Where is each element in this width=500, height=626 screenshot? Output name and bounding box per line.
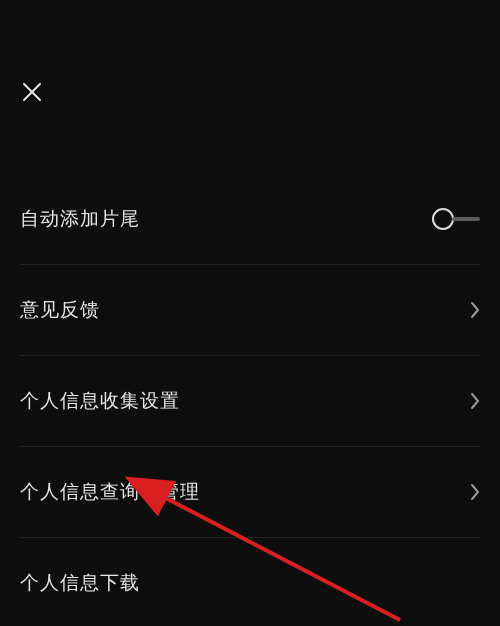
item-label: 意见反馈 [20,297,100,323]
toggle-auto-add-ending[interactable] [432,208,480,230]
item-personal-info-collection-settings[interactable]: 个人信息收集设置 [20,356,480,447]
item-label: 个人信息收集设置 [20,388,180,414]
toggle-track [452,217,480,221]
chevron-right-icon [470,301,480,319]
item-label: 个人信息下载 [20,570,140,596]
close-icon[interactable] [20,80,480,104]
chevron-right-icon [470,483,480,501]
item-personal-info-query-manage[interactable]: 个人信息查询与管理 [20,447,480,538]
item-personal-info-download[interactable]: 个人信息下载 [20,538,480,626]
item-auto-add-ending[interactable]: 自动添加片尾 [20,174,480,265]
chevron-right-icon [470,392,480,410]
toggle-knob [432,208,454,230]
item-label: 自动添加片尾 [20,206,140,232]
item-feedback[interactable]: 意见反馈 [20,265,480,356]
item-label: 个人信息查询与管理 [20,479,200,505]
settings-list: 自动添加片尾 意见反馈 个人信息收集设置 个人信息查询与管理 [20,174,480,626]
